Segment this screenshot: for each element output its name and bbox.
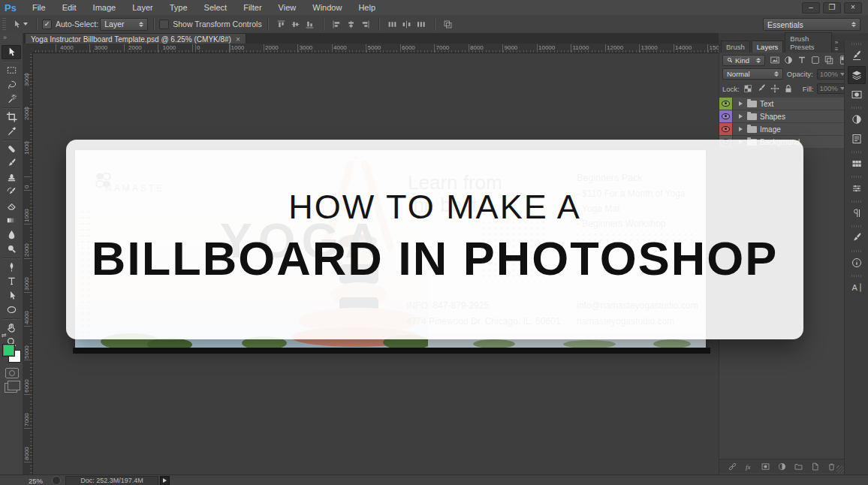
swatches-panel-icon[interactable] <box>848 155 866 173</box>
info-panel-icon[interactable] <box>848 254 866 272</box>
pen-tool[interactable] <box>2 260 21 274</box>
tab-layers[interactable]: Layers <box>752 41 784 53</box>
menu-file[interactable]: File <box>24 0 54 15</box>
distribute-horizontal-centers-icon[interactable] <box>402 20 411 29</box>
restore-button[interactable]: ❐ <box>823 2 841 14</box>
align-vertical-centers-icon[interactable] <box>291 20 300 29</box>
adjustment-layer-filter-icon[interactable] <box>783 55 794 65</box>
show-transform-checkbox[interactable] <box>159 20 169 29</box>
expand-icon[interactable] <box>739 127 743 131</box>
clone-stamp-tool[interactable] <box>2 170 21 185</box>
minimize-button[interactable]: – <box>802 2 820 14</box>
tab-brush-presets[interactable]: Brush Presets <box>785 32 831 53</box>
align-bottom-edges-icon[interactable] <box>305 20 315 29</box>
move-tool[interactable] <box>2 45 21 59</box>
menu-image[interactable]: Image <box>85 0 125 15</box>
eraser-tool[interactable] <box>2 199 21 213</box>
align-left-edges-icon[interactable] <box>332 20 342 29</box>
swap-colors-icon[interactable]: ⇄ <box>2 332 7 339</box>
layer-filter-kind-dropdown[interactable]: Kind <box>722 55 765 66</box>
auto-select-checkbox[interactable]: ✓ <box>42 20 52 29</box>
brush-panel-icon[interactable] <box>848 229 866 247</box>
drag-dots[interactable] <box>851 275 862 277</box>
styles-panel-icon[interactable] <box>848 130 866 148</box>
delete-layer-icon[interactable] <box>827 462 836 471</box>
expand-icon[interactable] <box>739 114 743 119</box>
eyedropper-tool[interactable] <box>2 124 21 138</box>
menu-help[interactable]: Help <box>350 0 384 15</box>
drag-dots[interactable] <box>851 200 862 203</box>
crop-tool[interactable] <box>2 110 21 124</box>
document-tab[interactable]: Yoga Instructor Billboard Template.psd @… <box>25 33 246 44</box>
layer-row-text[interactable]: Text <box>719 98 845 110</box>
toolbar-collapse-icon[interactable]: » <box>3 34 7 41</box>
blur-tool[interactable] <box>2 227 21 242</box>
new-group-icon[interactable] <box>794 462 803 471</box>
layer-row-image[interactable]: Image <box>719 123 845 136</box>
color-panel-icon[interactable] <box>848 179 866 197</box>
drag-dots[interactable] <box>851 225 862 227</box>
auto-align-layers-icon[interactable] <box>443 20 453 29</box>
document-size-field[interactable]: Doc: 252.3M/197.4M <box>65 476 158 485</box>
pixel-layer-filter-icon[interactable] <box>770 55 780 65</box>
workspace-dropdown[interactable]: Essentials <box>763 18 860 31</box>
resize-grip[interactable] <box>836 465 844 473</box>
type-layer-filter-icon[interactable] <box>797 55 807 65</box>
auto-select-target-dropdown[interactable]: Layer <box>100 18 148 31</box>
distribute-right-edges-icon[interactable] <box>416 20 426 29</box>
vertical-ruler[interactable]: 4000300020001000010002000300040005000600… <box>23 53 33 474</box>
drag-dots[interactable] <box>851 151 862 153</box>
menu-layer[interactable]: Layer <box>124 0 161 15</box>
link-layers-icon[interactable] <box>728 462 737 471</box>
close-button[interactable]: × <box>844 2 862 14</box>
foreground-color-swatch[interactable] <box>2 344 15 357</box>
path-selection-tool[interactable] <box>2 288 21 303</box>
ellipse-tool[interactable] <box>2 303 21 317</box>
visibility-chip[interactable] <box>719 123 733 135</box>
history-brush-tool[interactable] <box>2 185 21 199</box>
menu-filter[interactable]: Filter <box>235 0 270 15</box>
distribute-left-edges-icon[interactable] <box>387 20 397 29</box>
align-horizontal-centers-icon[interactable] <box>346 20 356 29</box>
align-top-edges-icon[interactable] <box>276 20 286 29</box>
tab-brush[interactable]: Brush <box>721 41 750 53</box>
character-panel-icon[interactable]: A <box>848 279 866 297</box>
spot-healing-brush-tool[interactable] <box>2 142 21 156</box>
lock-pixels-icon[interactable] <box>756 83 767 94</box>
brush-tool[interactable] <box>2 156 21 170</box>
magic-wand-tool[interactable] <box>2 92 21 106</box>
layer-style-fx-icon[interactable]: fx <box>744 462 754 471</box>
lock-transparency-icon[interactable] <box>743 83 753 94</box>
drag-dots[interactable] <box>851 250 862 252</box>
tab-close-icon[interactable]: × <box>236 35 240 44</box>
adjustments-panel-icon[interactable] <box>848 110 866 128</box>
menu-select[interactable]: Select <box>196 0 236 15</box>
fill-field[interactable]: 100% <box>817 83 848 94</box>
screen-mode-button[interactable] <box>5 383 17 393</box>
new-layer-icon[interactable] <box>810 462 820 471</box>
type-tool[interactable] <box>2 274 21 288</box>
quick-mask-button[interactable] <box>5 368 19 378</box>
drag-dots[interactable] <box>851 43 862 45</box>
visibility-chip[interactable] <box>719 110 733 122</box>
current-tool-chip[interactable] <box>9 18 31 31</box>
menu-type[interactable]: Type <box>161 0 196 15</box>
status-options-button[interactable] <box>160 476 170 485</box>
panel-overflow-icon[interactable]: » ≡ <box>832 39 845 53</box>
dodge-tool[interactable] <box>2 242 21 256</box>
drag-dots[interactable] <box>851 176 862 178</box>
masks-panel-icon[interactable] <box>848 86 866 104</box>
add-layer-mask-icon[interactable] <box>761 462 770 471</box>
shape-layer-filter-icon[interactable] <box>810 55 821 65</box>
lock-all-icon[interactable] <box>783 83 794 94</box>
drag-dots[interactable] <box>851 107 862 109</box>
status-badge-icon[interactable] <box>52 476 61 485</box>
zoom-level-field[interactable]: 25% <box>29 477 43 485</box>
rectangular-marquee-tool[interactable] <box>2 63 21 77</box>
blend-mode-dropdown[interactable]: Normal <box>722 68 783 80</box>
lock-position-icon[interactable] <box>770 83 780 94</box>
lasso-tool[interactable] <box>2 77 21 92</box>
opacity-field[interactable]: 100% <box>817 69 848 80</box>
expand-icon[interactable] <box>739 101 743 106</box>
align-right-edges-icon[interactable] <box>360 20 370 29</box>
